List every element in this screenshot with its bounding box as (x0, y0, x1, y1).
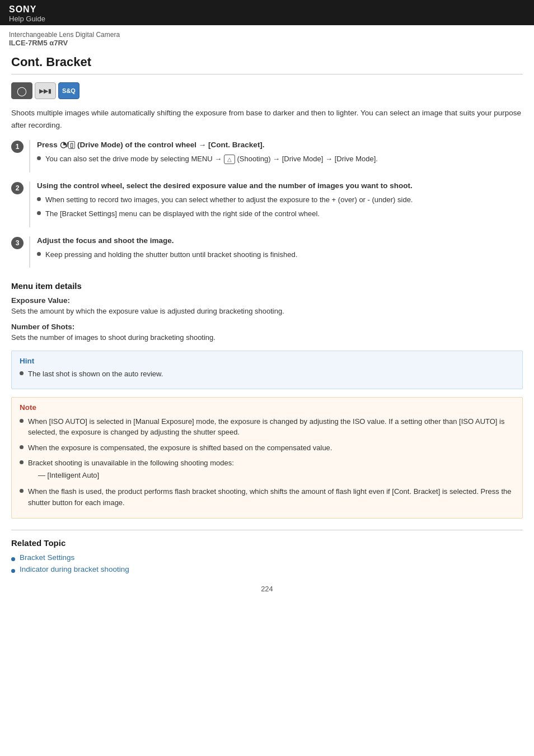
bullet-dot (11, 569, 15, 573)
step-3-content: Adjust the focus and shoot the image. Ke… (29, 236, 523, 268)
bullet-dot (37, 156, 41, 160)
app-title: Help Guide (9, 15, 525, 23)
steps-container: 1 Press ◔/▯ (Drive Mode) of the control … (11, 140, 523, 268)
note-label: Note (20, 403, 514, 412)
step-1-number: 1 (11, 141, 24, 153)
shooting-icon: △ (224, 155, 235, 164)
bullet-dot (20, 371, 24, 375)
related-item-2[interactable]: Indicator during bracket shooting (11, 565, 523, 573)
bullet-dot (20, 419, 24, 423)
breadcrumb: Interchangeable Lens Digital Camera ILCE… (0, 25, 534, 49)
note-item-2: When the exposure is compensated, the ex… (20, 442, 514, 454)
bullet-dot (20, 445, 24, 449)
related-topic-list: Bracket Settings Indicator during bracke… (11, 553, 523, 573)
hint-box: Hint The last shot is shown on the auto … (11, 351, 523, 389)
step-2-number: 2 (11, 182, 24, 194)
header: SONY Help Guide (0, 0, 534, 25)
step-1: 1 Press ◔/▯ (Drive Mode) of the control … (11, 140, 523, 172)
list-item: You can also set the drive mode by selec… (37, 153, 523, 165)
step-2-content: Using the control wheel, select the desi… (29, 181, 523, 227)
note-item-3: Bracket shooting is unavailable in the f… (20, 458, 514, 482)
step-1-bullets: You can also set the drive mode by selec… (37, 153, 523, 165)
note-sub-intelligent-auto: — [Intelligent Auto] (38, 470, 234, 481)
sq-icon: S&Q (58, 82, 79, 99)
intro-text: Shoots multiple images while automatical… (11, 107, 523, 131)
hint-item: The last shot is shown on the auto revie… (20, 368, 514, 380)
breadcrumb-line1: Interchangeable Lens Digital Camera (9, 31, 525, 39)
list-item: When setting to record two images, you c… (37, 194, 523, 206)
indicator-bracket-link[interactable]: Indicator during bracket shooting (20, 565, 129, 573)
step-2-header: Using the control wheel, select the desi… (37, 181, 523, 190)
brand-logo: SONY (9, 4, 525, 15)
step-1-content: Press ◔/▯ (Drive Mode) of the control wh… (29, 140, 523, 172)
step-1-header: Press ◔/▯ (Drive Mode) of the control wh… (37, 140, 523, 149)
bullet-dot (37, 252, 41, 256)
number-of-shots-term: Number of Shots: (11, 323, 523, 331)
related-section: Related Topic Bracket Settings Indicator… (11, 530, 523, 573)
note-item-1: When [ISO AUTO] is selected in [Manual E… (20, 416, 514, 438)
bullet-dot (11, 557, 15, 561)
page-title: Cont. Bracket (11, 55, 523, 74)
bullet-dot (20, 489, 24, 493)
step-3-number: 3 (11, 237, 24, 249)
note-box: Note When [ISO AUTO] is selected in [Man… (11, 397, 523, 519)
menu-details-title: Menu item details (11, 281, 523, 291)
hint-bullets: The last shot is shown on the auto revie… (20, 368, 514, 380)
related-topic-title: Related Topic (11, 538, 523, 548)
list-item: Keep pressing and holding the shutter bu… (37, 249, 523, 260)
number-of-shots-desc: Sets the number of images to shoot durin… (11, 332, 523, 343)
exposure-value-desc: Sets the amount by which the exposure va… (11, 306, 523, 317)
note-list: When [ISO AUTO] is selected in [Manual E… (20, 416, 514, 508)
bullet-dot (37, 211, 41, 215)
page-number: 224 (11, 585, 523, 602)
icon-row: ◯ ▶▶▮ S&Q (11, 82, 523, 99)
step-3-bullets: Keep pressing and holding the shutter bu… (37, 249, 523, 260)
hint-label: Hint (20, 357, 514, 365)
list-item: The [Bracket Settings] menu can be displ… (37, 208, 523, 220)
step-3: 3 Adjust the focus and shoot the image. … (11, 236, 523, 268)
step-2-bullets: When setting to record two images, you c… (37, 194, 523, 220)
breadcrumb-model: ILCE-7RM5 α7RV (9, 39, 525, 47)
bullet-dot (37, 197, 41, 201)
related-item-1[interactable]: Bracket Settings (11, 553, 523, 562)
step-3-header: Adjust the focus and shoot the image. (37, 236, 523, 245)
camera-icon: ◯ (11, 82, 32, 99)
step-2: 2 Using the control wheel, select the de… (11, 181, 523, 227)
exposure-value-term: Exposure Value: (11, 296, 523, 305)
bullet-dot (20, 460, 24, 464)
main-content: Cont. Bracket ◯ ▶▶▮ S&Q Shoots multiple … (0, 49, 534, 613)
menu-detail-2: Number of Shots: Sets the number of imag… (11, 323, 523, 343)
bracket-settings-link[interactable]: Bracket Settings (20, 553, 74, 562)
menu-detail-1: Exposure Value: Sets the amount by which… (11, 296, 523, 317)
drive-mode-icon: ▶▶▮ (35, 82, 56, 99)
note-item-4: When the flash is used, the product perf… (20, 486, 514, 508)
